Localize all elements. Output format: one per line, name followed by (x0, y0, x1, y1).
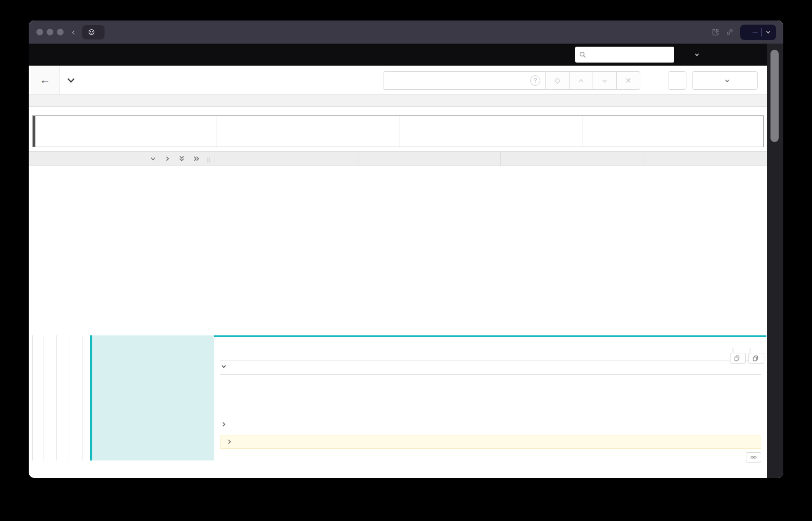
trace-page-header: ← ? ✕ (29, 66, 767, 95)
expand-one-level-chevron-down-icon[interactable] (150, 155, 156, 162)
expand-all-double-chevron-down-icon[interactable] (178, 155, 185, 163)
span-rows (29, 166, 767, 335)
span-rows-after-detail (29, 460, 767, 475)
share-link-icon[interactable] (725, 28, 734, 36)
timeline-axis (214, 152, 766, 166)
tags-accordion-toggle[interactable] (221, 364, 231, 369)
find-input[interactable] (389, 76, 517, 85)
minimize-window-button[interactable] (47, 29, 53, 35)
page-scrollbar-thumb[interactable] (770, 50, 779, 142)
divider (761, 28, 762, 36)
browser-window: ‹ (29, 21, 783, 478)
trace-view-selector[interactable] (692, 71, 758, 90)
selected-span-highlight (90, 335, 214, 460)
trace-id-search-input[interactable] (589, 51, 670, 58)
trace-minimap[interactable] (32, 115, 764, 147)
page-scrollbar-track[interactable] (767, 44, 783, 478)
json-tag-button[interactable] (748, 353, 764, 364)
find-clear-button[interactable]: ✕ (617, 71, 640, 90)
tab-favicon-icon (88, 29, 95, 35)
jaeger-nav-bar (29, 44, 783, 66)
find-help-icon[interactable]: ? (530, 75, 540, 86)
browser-chrome: ‹ (29, 21, 783, 44)
find-input-wrap: ? (383, 71, 546, 90)
trace-id-search[interactable] (575, 47, 674, 63)
find-next-button[interactable] (593, 71, 617, 90)
find-prev-button[interactable] (570, 71, 593, 90)
minimap-axis-labels (32, 107, 764, 115)
selected-span-color-bar (90, 335, 92, 460)
divider (220, 360, 761, 360)
collapse-trace-chevron-down-icon[interactable] (66, 76, 76, 85)
warnings-accordion-toggle[interactable] (220, 435, 761, 449)
find-scope-button[interactable] (546, 71, 570, 90)
browser-tab[interactable] (82, 25, 105, 39)
browser-back-icon[interactable]: ‹ (72, 26, 75, 37)
collapse-one-level-chevron-right-icon[interactable] (164, 155, 171, 162)
collapse-all-double-chevron-right-icon[interactable] (193, 155, 200, 162)
span-detail-panel: | | (214, 335, 766, 460)
timeline-grid-header: || (29, 151, 767, 166)
process-accordion-toggle[interactable] (221, 422, 761, 427)
about-jaeger-menu[interactable] (691, 52, 700, 57)
minimap-drag-handle[interactable] (33, 116, 35, 147)
extensions-puzzle-icon[interactable] (710, 28, 719, 36)
keyboard-shortcuts-button[interactable] (668, 71, 686, 90)
span-detail-left-gutter (32, 335, 214, 460)
open-in-shortcut (753, 32, 758, 33)
tags-table (220, 374, 761, 375)
zoom-window-button[interactable] (57, 29, 64, 35)
open-in-chevron-down-icon[interactable] (765, 29, 771, 35)
back-button[interactable]: ← (31, 66, 60, 94)
close-window-button[interactable] (36, 29, 43, 35)
trace-stats-bar (29, 95, 767, 107)
open-in-default-button[interactable] (740, 25, 776, 40)
search-icon (579, 51, 586, 58)
copy-tag-button[interactable] (730, 353, 746, 364)
column-resize-handle[interactable]: || (207, 156, 211, 163)
